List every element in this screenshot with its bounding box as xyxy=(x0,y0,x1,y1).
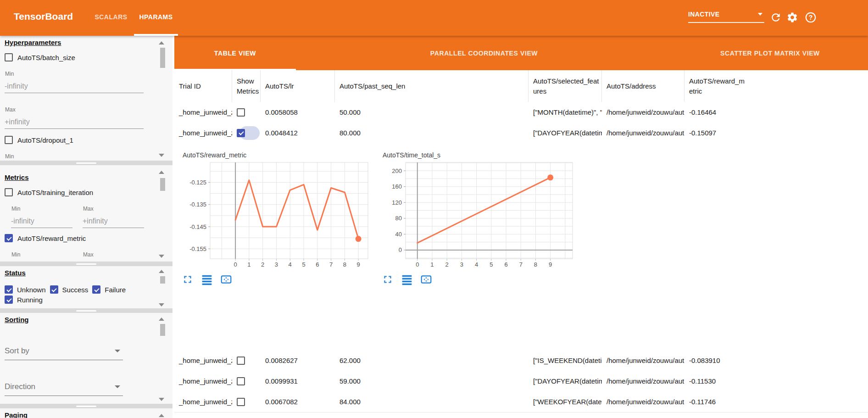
table-row[interactable]: _home_junweid_z… 0.0082627 62.000 ["IS_W… xyxy=(174,350,868,371)
hparams-main-panel: TABLE VIEW PARALLEL COORDINATES VIEW SCA… xyxy=(174,36,868,418)
param-label[interactable]: AutoTS/dropout_1 xyxy=(17,136,73,144)
lr-cell: 0.0099931 xyxy=(261,371,335,391)
fullscreen-icon[interactable] xyxy=(382,273,394,285)
checkbox[interactable] xyxy=(5,188,13,196)
scroll-down-icon[interactable] xyxy=(159,398,164,401)
svg-text:?: ? xyxy=(809,14,813,21)
run-status-select[interactable]: INACTIVE xyxy=(688,6,764,23)
column-header-past-seq-len[interactable]: AutoTS/past_seq_len xyxy=(335,70,529,102)
min-input[interactable]: -infinity xyxy=(11,215,72,228)
checkbox[interactable] xyxy=(5,136,13,144)
address-cell: /home/junweid/zouwu/aut… xyxy=(602,123,684,143)
trial-id-cell: _home_junweid_z… xyxy=(174,350,232,371)
scroll-up-icon[interactable] xyxy=(159,270,164,273)
svg-text:0: 0 xyxy=(416,261,419,268)
svg-text:40: 40 xyxy=(395,231,402,238)
checkbox[interactable] xyxy=(92,285,100,294)
show-metrics-checkbox[interactable] xyxy=(237,398,245,406)
section-resize-handle[interactable] xyxy=(0,404,172,408)
svg-text:80: 80 xyxy=(395,215,402,222)
status-label[interactable]: Failure xyxy=(105,286,126,294)
fit-domain-icon[interactable] xyxy=(420,273,432,285)
column-header-show-metrics[interactable]: Show Metrics xyxy=(232,70,261,102)
table-row[interactable]: _home_junweid_z… 0.0099931 59.000 ["DAYO… xyxy=(174,371,868,392)
reward-metric-cell: -0.11530 xyxy=(684,371,868,391)
lr-cell: 0.0082627 xyxy=(261,350,335,371)
fit-domain-icon[interactable] xyxy=(220,273,232,285)
svg-text:3: 3 xyxy=(275,261,278,268)
refresh-icon[interactable] xyxy=(770,11,782,23)
min-input[interactable]: -infinity xyxy=(5,80,144,93)
scrollbar-thumb[interactable] xyxy=(160,178,165,191)
reward-metric-cell: -0.11746 xyxy=(684,391,868,412)
tensorboard-app: TensorBoard SCALARS HPARAMS INACTIVE ? H… xyxy=(0,0,868,418)
svg-text:3: 3 xyxy=(460,261,463,268)
show-metrics-checkbox[interactable] xyxy=(237,377,245,385)
scroll-up-icon[interactable] xyxy=(159,414,164,417)
scroll-down-icon[interactable] xyxy=(159,154,164,157)
table-row[interactable]: _home_junweid_z… 0.0067082 84.000 ["WEEK… xyxy=(174,391,868,412)
metric-label[interactable]: AutoTS/reward_metric xyxy=(17,234,86,242)
time-total-line-chart[interactable]: 040801201602000123456789 xyxy=(378,159,575,269)
scroll-up-icon[interactable] xyxy=(159,41,164,45)
fullscreen-icon[interactable] xyxy=(182,273,194,285)
reward-metric-line-chart[interactable]: -0.125-0.135-0.145-0.1550123456789 xyxy=(178,159,371,269)
column-header-selected-features[interactable]: AutoTS/selected_features xyxy=(529,70,602,102)
hyperparameters-section: Hyperparameters AutoTS/batch_size Min -i… xyxy=(0,36,172,161)
table-row[interactable]: _home_junweid_z… 0.0048412 80.000 ["DAYO… xyxy=(174,123,868,144)
scrollbar-thumb[interactable] xyxy=(160,324,165,336)
checkbox[interactable] xyxy=(50,285,58,294)
param-label[interactable]: AutoTS/batch_size xyxy=(17,54,75,61)
scrollbar-thumb[interactable] xyxy=(160,48,165,68)
scroll-down-icon[interactable] xyxy=(159,303,164,307)
show-metrics-checkbox[interactable] xyxy=(237,108,245,117)
max-input[interactable]: +infinity xyxy=(5,116,144,129)
show-metrics-checkbox[interactable] xyxy=(237,129,245,137)
sorting-heading: Sorting xyxy=(5,316,29,323)
scroll-up-icon[interactable] xyxy=(159,171,164,174)
reward-metric-cell: -0.083910 xyxy=(684,350,868,371)
chart-title: AutoTS/time_total_s xyxy=(378,147,575,159)
direction-select[interactable]: Direction xyxy=(5,378,123,396)
axis-list-icon[interactable] xyxy=(401,273,413,285)
tab-parallel-coordinates-view[interactable]: PARALLEL COORDINATES VIEW xyxy=(296,36,672,70)
chart-toolbar xyxy=(178,273,373,285)
checkbox[interactable] xyxy=(5,234,13,242)
checkbox[interactable] xyxy=(5,53,13,61)
metric-label[interactable]: AutoTS/training_iteration xyxy=(17,189,93,196)
column-header-address[interactable]: AutoTS/address xyxy=(602,70,684,102)
section-resize-handle[interactable] xyxy=(0,161,172,165)
run-status-value: INACTIVE xyxy=(688,11,758,18)
show-metrics-checkbox[interactable] xyxy=(237,357,245,365)
table-row[interactable]: _home_junweid_z… 0.0058058 50.000 ["MONT… xyxy=(174,102,868,123)
status-label[interactable]: Unknown xyxy=(17,286,46,294)
section-resize-handle[interactable] xyxy=(0,308,172,313)
status-label[interactable]: Running xyxy=(17,296,43,304)
checkbox[interactable] xyxy=(5,285,13,294)
tab-table-view[interactable]: TABLE VIEW xyxy=(174,36,296,70)
scrollbar-thumb[interactable] xyxy=(160,276,165,284)
column-header-lr[interactable]: AutoTS/lr xyxy=(261,70,335,102)
status-label[interactable]: Success xyxy=(62,286,89,294)
tab-scatter-plot-matrix-view[interactable]: SCATTER PLOT MATRIX VIEW xyxy=(672,36,868,70)
max-input[interactable]: +infinity xyxy=(83,215,144,228)
checkbox[interactable] xyxy=(5,295,13,304)
scroll-up-icon[interactable] xyxy=(159,318,164,321)
svg-text:7: 7 xyxy=(329,261,333,268)
svg-text:-0.135: -0.135 xyxy=(189,201,206,208)
svg-text:9: 9 xyxy=(357,261,360,268)
min-label: Min xyxy=(11,251,20,258)
tab-scalars[interactable]: SCALARS xyxy=(90,0,132,34)
settings-gear-icon[interactable] xyxy=(786,11,798,23)
axis-list-icon[interactable] xyxy=(201,273,213,285)
reward-metric-cell: -0.16464 xyxy=(684,102,868,123)
svg-text:6: 6 xyxy=(504,261,507,268)
help-icon[interactable]: ? xyxy=(805,11,817,23)
scroll-down-icon[interactable] xyxy=(159,255,164,258)
column-header-reward-metric[interactable]: AutoTS/reward_metric xyxy=(684,70,868,102)
column-header-trial-id[interactable]: Trial ID xyxy=(174,70,232,102)
sort-by-select[interactable]: Sort by xyxy=(5,342,123,360)
tab-hparams[interactable]: HPARAMS xyxy=(134,0,178,34)
hyperparameters-heading: Hyperparameters xyxy=(5,39,61,46)
section-resize-handle[interactable] xyxy=(0,262,172,266)
